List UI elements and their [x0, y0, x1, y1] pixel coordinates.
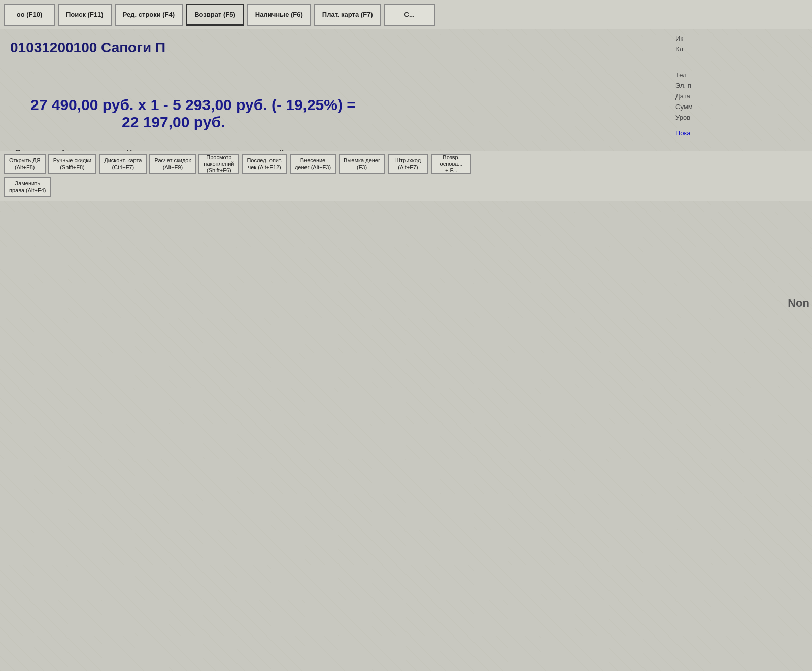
btn-withdraw-money[interactable]: Выемка денег(F3): [339, 154, 385, 174]
toolbar-btn-f10[interactable]: оо (F10): [4, 4, 55, 26]
btn-discount-card[interactable]: Дисконт. карта(Ctrl+F7): [99, 154, 147, 174]
bottom-toolbar: Открыть ДЯ(Alt+F8) Ручные скидки(Shift+F…: [0, 151, 812, 201]
btn-manual-discounts[interactable]: Ручные скидки(Shift+F8): [48, 154, 97, 174]
toolbar-btn-other[interactable]: С...: [384, 4, 435, 26]
btn-barcode[interactable]: Штрихкод(Alt+F7): [388, 154, 428, 174]
poka-link[interactable]: Пока: [675, 129, 691, 137]
right-field-summ: Сумм: [675, 103, 807, 111]
toolbar-btn-f5[interactable]: Возврат (F5): [186, 4, 244, 26]
toolbar-btn-f6[interactable]: Наличные (F6): [247, 4, 311, 26]
right-field-ik: Ик: [675, 34, 807, 42]
toolbar-btn-f4[interactable]: Ред. строки (F4): [115, 4, 183, 26]
top-toolbar: оо (F10) Поиск (F11) Ред. строки (F4) Во…: [0, 0, 812, 29]
btn-last-check[interactable]: Послед. опит.чек (Alt+F12): [242, 154, 287, 174]
bottom-row1: Открыть ДЯ(Alt+F8) Ручные скидки(Shift+F…: [4, 154, 808, 174]
btn-view-accum[interactable]: Просмотрнакоплений(Shift+F6): [198, 154, 239, 174]
btn-insert-money[interactable]: Внесениеденег (Alt+F3): [290, 154, 336, 174]
toolbar-btn-f11[interactable]: Поиск (F11): [58, 4, 112, 26]
right-field-el: Эл. п: [675, 82, 807, 89]
btn-open-ya[interactable]: Открыть ДЯ(Alt+F8): [4, 154, 46, 174]
right-field-urov: Уров: [675, 114, 807, 121]
price-calculation: 27 490,00 руб. х 1 - 5 293,00 руб. (- 19…: [30, 96, 660, 131]
right-field-tel: Тел: [675, 71, 807, 79]
price-line1: 27 490,00 руб. х 1 - 5 293,00 руб. (- 19…: [30, 96, 660, 114]
right-field-data: Дата: [675, 92, 807, 100]
right-field-kl: Кл: [675, 45, 807, 53]
bottom-row2: Заменитьправа (Alt+F4): [4, 177, 808, 197]
btn-replace-rights[interactable]: Заменитьправа (Alt+F4): [4, 177, 51, 197]
price-line2: 22 197,00 руб.: [122, 114, 660, 131]
toolbar-btn-f7[interactable]: Плат. карта (F7): [314, 4, 381, 26]
non-label: Non: [785, 294, 812, 312]
btn-return-base[interactable]: Возвр.основа...+ F...: [431, 154, 471, 174]
product-title: 01031200100 Сапоги П: [10, 40, 660, 56]
btn-calc-discounts[interactable]: Расчет скидок(Alt+F9): [149, 154, 196, 174]
